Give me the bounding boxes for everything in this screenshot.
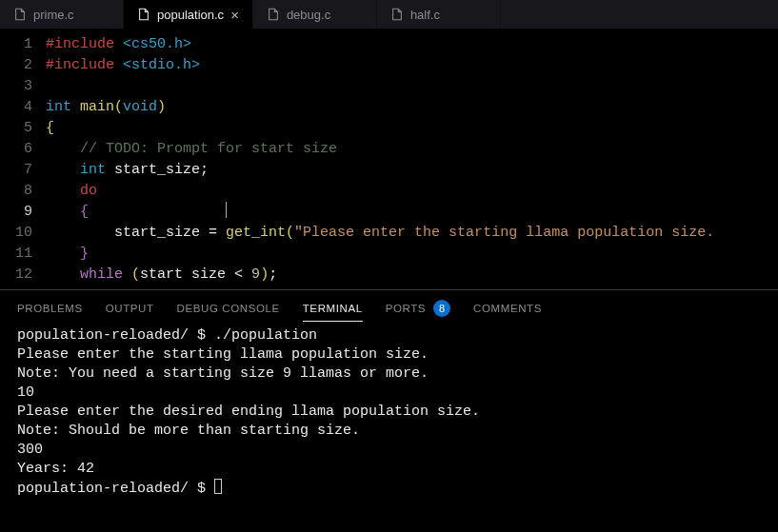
- line-number: 8: [0, 181, 46, 202]
- terminal-line: Please enter the desired ending llama po…: [17, 403, 761, 422]
- code-content: #include <cs50.h>: [46, 34, 778, 55]
- code-line[interactable]: 5{: [0, 118, 778, 139]
- tab-population[interactable]: population.c ×: [124, 0, 253, 29]
- code-line[interactable]: 10 start_size = get_int("Please enter th…: [0, 223, 778, 244]
- code-line[interactable]: 4int main(void): [0, 97, 778, 118]
- code-line[interactable]: 1#include <cs50.h>: [0, 34, 778, 55]
- text-cursor: [226, 202, 227, 218]
- code-content: do: [46, 181, 778, 202]
- ports-badge: 8: [433, 300, 450, 317]
- code-line[interactable]: 3: [0, 76, 778, 97]
- code-line[interactable]: 12 while (start size < 9);: [0, 265, 778, 286]
- tab-label: prime.c: [33, 8, 74, 22]
- bottom-panel: PROBLEMS OUTPUT DEBUG CONSOLE TERMINAL P…: [0, 289, 778, 501]
- terminal-line: Note: You need a starting size 9 llamas …: [17, 365, 761, 384]
- line-number: 10: [0, 223, 46, 244]
- file-icon: [390, 8, 404, 21]
- code-line[interactable]: 9 {: [0, 202, 778, 223]
- code-content: [46, 76, 778, 97]
- code-content: {: [46, 118, 778, 139]
- code-content: {: [46, 202, 778, 223]
- tab-label: half.c: [410, 8, 440, 22]
- file-icon: [13, 8, 27, 21]
- line-number: 7: [0, 160, 46, 181]
- tab-label: debug.c: [287, 8, 330, 22]
- code-content: int start_size;: [46, 160, 778, 181]
- line-number: 5: [0, 118, 46, 139]
- code-content: #include <stdio.h>: [46, 55, 778, 76]
- line-number: 12: [0, 265, 46, 286]
- code-content: while (start size < 9);: [46, 265, 778, 286]
- code-line[interactable]: 8 do: [0, 181, 778, 202]
- code-content: // TODO: Prompt for start size: [46, 139, 778, 160]
- code-editor[interactable]: 1#include <cs50.h>2#include <stdio.h>34i…: [0, 29, 778, 286]
- panel-tab-debug-console[interactable]: DEBUG CONSOLE: [177, 300, 280, 317]
- terminal-line: Please enter the starting llama populati…: [17, 345, 761, 365]
- terminal-line: population-reloaded/ $: [17, 479, 761, 499]
- line-number: 11: [0, 244, 46, 265]
- terminal-line: Years: 42: [17, 460, 761, 479]
- terminal-line: population-reloaded/ $ ./population: [17, 326, 761, 345]
- code-line[interactable]: 6 // TODO: Prompt for start size: [0, 139, 778, 160]
- editor-tabbar: prime.c population.c × debug.c half.c: [0, 0, 778, 29]
- tab-prime[interactable]: prime.c: [0, 0, 124, 29]
- line-number: 1: [0, 34, 46, 55]
- file-icon: [267, 8, 280, 21]
- line-number: 6: [0, 139, 46, 160]
- code-content: int main(void): [46, 97, 778, 118]
- panel-tab-label: PORTS: [386, 303, 426, 314]
- panel-tab-output[interactable]: OUTPUT: [106, 300, 154, 317]
- panel-tab-comments[interactable]: COMMENTS: [473, 300, 542, 317]
- line-number: 3: [0, 76, 46, 97]
- panel-tab-ports[interactable]: PORTS 8: [386, 300, 450, 317]
- terminal-line: 300: [17, 441, 761, 460]
- close-icon[interactable]: ×: [230, 8, 239, 22]
- code-line[interactable]: 7 int start_size;: [0, 160, 778, 181]
- terminal-line: Note: Should be more than starting size.: [17, 422, 761, 441]
- code-content: start_size = get_int("Please enter the s…: [46, 223, 778, 244]
- panel-tab-terminal[interactable]: TERMINAL: [303, 300, 363, 322]
- terminal-cursor: [214, 479, 222, 494]
- line-number: 4: [0, 97, 46, 118]
- panel-tab-problems[interactable]: PROBLEMS: [17, 300, 83, 317]
- panel-tabbar: PROBLEMS OUTPUT DEBUG CONSOLE TERMINAL P…: [0, 290, 778, 325]
- tab-half[interactable]: half.c: [377, 0, 501, 29]
- terminal-output[interactable]: population-reloaded/ $ ./populationPleas…: [0, 325, 778, 501]
- terminal-line: 10: [17, 384, 761, 403]
- code-line[interactable]: 2#include <stdio.h>: [0, 55, 778, 76]
- tab-debug[interactable]: debug.c: [253, 0, 377, 29]
- line-number: 2: [0, 55, 46, 76]
- code-line[interactable]: 11 }: [0, 244, 778, 265]
- file-icon: [137, 8, 150, 21]
- tab-label: population.c: [157, 8, 224, 22]
- line-number: 9: [0, 202, 46, 223]
- code-content: }: [46, 244, 778, 265]
